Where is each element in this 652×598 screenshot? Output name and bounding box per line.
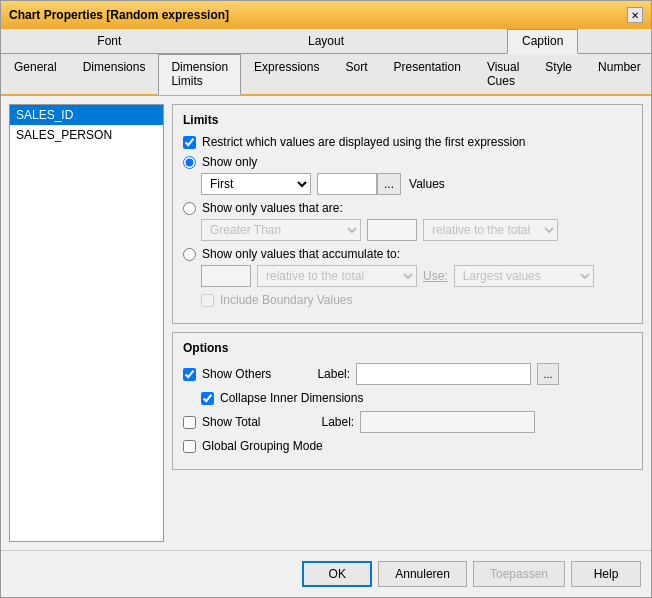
tab-style[interactable]: Style [532,54,585,94]
tab-general[interactable]: General [1,54,70,94]
total-label-input[interactable]: <use default> [360,411,535,433]
accumulate-label: Show only values that accumulate to: [202,247,400,261]
apply-button[interactable]: Toepassen [473,561,565,587]
tab-dimension-limits[interactable]: Dimension Limits [158,54,241,95]
accumulate-relative-select[interactable]: relative to the total [257,265,417,287]
show-only-radio[interactable] [183,156,196,169]
collapse-inner-checkbox[interactable] [201,392,214,405]
show-values-row: Show only values that are: [183,201,632,215]
show-others-row: Show Others Label: <use default> ... [183,363,632,385]
restrict-checkbox[interactable] [183,136,196,149]
show-only-label: Show only [202,155,257,169]
help-button[interactable]: Help [571,561,641,587]
show-others-label: Show Others [202,367,271,381]
expr-box: $(vShowR ... [317,173,401,195]
others-label-input[interactable]: <use default> [356,363,531,385]
right-panel: Limits Restrict which values are display… [172,104,643,542]
tab-presentation[interactable]: Presentation [381,54,474,94]
show-total-label: Show Total [202,415,260,429]
global-grouping-row: Global Grouping Mode [183,439,632,453]
show-only-row: Show only [183,155,632,169]
accumulate-radio[interactable] [183,248,196,261]
global-grouping-checkbox[interactable] [183,440,196,453]
limits-group: Limits Restrict which values are display… [172,104,643,324]
tab-font[interactable]: Font [82,29,136,53]
use-label: Use: [423,269,448,283]
pct-input[interactable]: 5% [367,219,417,241]
tab-layout[interactable]: Layout [293,29,359,53]
accumulate-controls: 80% relative to the total Use: Largest v… [201,265,632,287]
global-grouping-label: Global Grouping Mode [202,439,323,453]
expr-browse-button[interactable]: ... [377,173,401,195]
tab-number[interactable]: Number [585,54,652,94]
tab-caption[interactable]: Caption [507,29,578,54]
close-button[interactable]: ✕ [627,7,643,23]
show-values-label: Show only values that are: [202,201,343,215]
limits-title: Limits [183,113,632,127]
include-boundary-label: Include Boundary Values [220,293,353,307]
tabs-top: Font Layout Caption [1,29,651,54]
window-title: Chart Properties [Random expression] [9,8,229,22]
others-browse-button[interactable]: ... [537,363,559,385]
show-only-controls: First $(vShowR ... Values [201,173,632,195]
options-group: Options Show Others Label: <use default>… [172,332,643,470]
accumulate-row: Show only values that accumulate to: [183,247,632,261]
list-item-sales-id[interactable]: SALES_ID [10,105,163,125]
greater-than-select[interactable]: Greater Than [201,219,361,241]
tabs-row2: General Dimensions Dimension Limits Expr… [1,54,651,96]
show-values-controls: Greater Than 5% relative to the total [201,219,632,241]
collapse-inner-label: Collapse Inner Dimensions [220,391,363,405]
relative-select[interactable]: relative to the total [423,219,558,241]
show-total-row: Show Total Label: <use default> [183,411,632,433]
tab-visual-cues[interactable]: Visual Cues [474,54,532,94]
ok-button[interactable]: OK [302,561,372,587]
show-others-checkbox[interactable] [183,368,196,381]
tab-expressions[interactable]: Expressions [241,54,332,94]
include-boundary-row: Include Boundary Values [201,293,632,307]
largest-values-select[interactable]: Largest values [454,265,594,287]
show-values-radio[interactable] [183,202,196,215]
restrict-row: Restrict which values are displayed usin… [183,135,632,149]
tab-dimensions[interactable]: Dimensions [70,54,159,94]
title-bar: Chart Properties [Random expression] ✕ [1,1,651,29]
main-window: Chart Properties [Random expression] ✕ F… [0,0,652,598]
restrict-label: Restrict which values are displayed usin… [202,135,525,149]
include-boundary-checkbox[interactable] [201,294,214,307]
dimension-list: SALES_ID SALES_PERSON [9,104,164,542]
first-select[interactable]: First [201,173,311,195]
others-label-text: Label: [317,367,350,381]
accumulate-input[interactable]: 80% [201,265,251,287]
main-content: SALES_ID SALES_PERSON Limits Restrict wh… [1,96,651,550]
collapse-inner-row: Collapse Inner Dimensions [201,391,632,405]
show-total-checkbox[interactable] [183,416,196,429]
cancel-button[interactable]: Annuleren [378,561,467,587]
options-title: Options [183,341,632,355]
total-label-text: Label: [321,415,354,429]
tab-sort[interactable]: Sort [332,54,380,94]
footer: OK Annuleren Toepassen Help [1,550,651,597]
expr-input[interactable]: $(vShowR [317,173,377,195]
values-label: Values [409,177,445,191]
list-item-sales-person[interactable]: SALES_PERSON [10,125,163,145]
